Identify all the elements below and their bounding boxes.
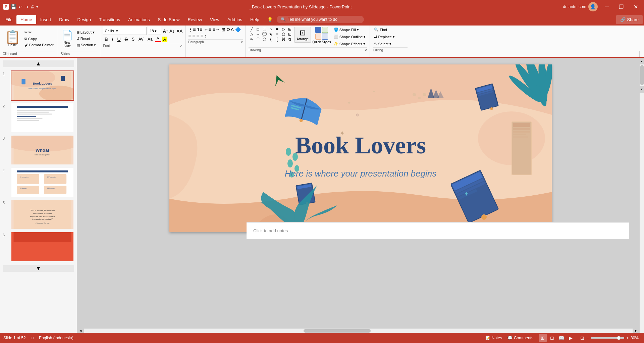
line-spacing-btn[interactable]: ↕ [205, 33, 207, 39]
slide-img-5[interactable]: "This is a quote, Words full of wisdom t… [11, 199, 74, 230]
text-direction-btn[interactable]: ⟳A [227, 27, 234, 32]
zoom-slider[interactable] [591, 337, 624, 339]
menu-addins[interactable]: Add-ins [223, 15, 246, 24]
slide-indicator-icon[interactable]: □ [31, 336, 34, 340]
menu-design[interactable]: Design [73, 15, 95, 24]
increase-font-btn[interactable]: A↑ [163, 29, 168, 34]
reading-view-btn[interactable]: 📖 [557, 334, 566, 342]
slideshow-btn[interactable]: ▶ [567, 334, 575, 342]
bullets-btn[interactable]: ⋮≡ [188, 27, 196, 32]
slide-img-1[interactable]: Book Lovers Here is where your presentat… [11, 70, 74, 101]
shape-square-icon[interactable]: ■ [274, 27, 280, 32]
shape-equation-icon[interactable]: = [274, 32, 280, 37]
slide-panel-scroll-down[interactable]: ▼ [3, 265, 74, 272]
shape-bracket-icon[interactable]: [ [274, 37, 280, 43]
shadow-btn[interactable]: S [130, 37, 136, 42]
menu-draw[interactable]: Draw [55, 15, 73, 24]
shape-expand-icon[interactable]: ⊞ [287, 27, 293, 32]
shape-callout-icon[interactable]: 💬 [261, 32, 267, 37]
clear-format-btn[interactable]: ✕A [176, 29, 183, 34]
vertical-scrollbar[interactable]: ▲ ▼ [639, 58, 644, 333]
menu-home[interactable]: Home [16, 15, 36, 24]
shape-misc-icon[interactable]: ⌘ [280, 37, 286, 43]
shape-more-icon[interactable]: ▷ [280, 27, 286, 32]
align-right-btn[interactable]: ≡ [197, 33, 199, 39]
justify-btn[interactable]: ≡ [201, 33, 203, 39]
slide-img-3[interactable]: Whoa! some text can go here [11, 135, 74, 165]
drawing-expand-icon[interactable]: ↗ [364, 48, 367, 52]
normal-view-btn[interactable]: ⊞ [539, 334, 547, 342]
layout-btn[interactable]: ⊞ Layout ▾ [75, 30, 98, 35]
slide-thumb-5[interactable]: 5 "This is a quote, Words full of wisdom… [3, 199, 74, 230]
horizontal-scrollbar[interactable]: ◀ ▶ [77, 328, 639, 333]
slide-img-6[interactable] [11, 232, 74, 262]
bold-btn[interactable]: B [103, 36, 109, 42]
shape-curve-icon[interactable]: ∿ [249, 37, 255, 43]
scroll-down-btn[interactable]: ▼ [640, 86, 644, 93]
user-account[interactable]: defantri .com 👤 [563, 2, 597, 11]
maximize-window-btn[interactable]: ❐ [616, 2, 626, 11]
zoom-level[interactable]: 80% [631, 336, 641, 340]
slide-thumb-3[interactable]: 3 Whoa! some text can go here [3, 135, 74, 165]
shape-line-icon[interactable]: ╱ [249, 27, 255, 32]
reset-btn[interactable]: ↺ Reset [75, 36, 98, 42]
user-avatar[interactable]: 👤 [588, 2, 598, 11]
underline-btn[interactable]: U [116, 36, 122, 42]
slide-thumb-6[interactable]: 6 [3, 232, 74, 262]
change-case-btn[interactable]: Aa [146, 37, 154, 42]
slide-img-4[interactable]: 01 Introduction 02 Presentation 03 Analy… [11, 167, 74, 197]
restore-window-btn[interactable]: ─ [602, 2, 611, 11]
tell-me-input[interactable]: 🔍 Tell me what you want to do [277, 16, 364, 23]
align-center-btn[interactable]: ≡ [192, 33, 195, 39]
scroll-up-btn[interactable]: ▲ [640, 58, 644, 64]
menu-animations[interactable]: Animations [124, 15, 154, 24]
shape-fill-btn[interactable]: 🪣 Shape Fill ▾ [332, 27, 367, 33]
shape-more2-icon[interactable]: ⊡ [287, 32, 293, 37]
shape-pentagon-icon[interactable]: ⬡ [261, 37, 267, 43]
column-btn[interactable]: ⊞ [221, 27, 225, 32]
format-painter-btn[interactable]: 🖌 Format Painter [23, 42, 55, 48]
font-expand-icon[interactable]: ↗ [180, 44, 182, 48]
menu-view[interactable]: View [206, 15, 223, 24]
menu-transitions[interactable]: Transitions [95, 15, 124, 24]
slide-canvas[interactable]: ✦ ✦ ❆ Book Lovers Here [169, 64, 552, 232]
slide-panel-scroll-up[interactable]: ▲ [3, 60, 74, 67]
italic-btn[interactable]: I [111, 36, 115, 42]
replace-btn[interactable]: ⇄ Replace ▾ [373, 34, 396, 40]
decrease-font-btn[interactable]: A↓ [169, 29, 174, 34]
select-btn[interactable]: ↖ Select ▾ [373, 41, 396, 47]
menu-lightbulb-icon[interactable]: 💡 [263, 15, 277, 24]
scroll-thumb[interactable] [640, 65, 644, 85]
increase-indent-btn[interactable]: ≡→ [213, 27, 220, 32]
scroll-right-btn[interactable]: ▶ [633, 329, 639, 333]
find-btn[interactable]: 🔍 Find [373, 27, 396, 33]
menu-file[interactable]: File [1, 15, 16, 24]
slide-title[interactable]: Book Lovers [295, 132, 426, 159]
zoom-in-btn[interactable]: + [626, 336, 629, 340]
shape-round-rect-icon[interactable]: ▢ [261, 27, 267, 32]
quick-access-redo[interactable]: ↪ [24, 4, 29, 9]
font-color-btn[interactable]: A [155, 36, 161, 42]
font-name-input[interactable]: Calibri ▾ [103, 27, 147, 35]
slide-img-2[interactable] [11, 103, 74, 133]
quick-styles-btn[interactable]: Quick Styles [312, 27, 331, 44]
paragraph-expand-icon[interactable]: ↗ [240, 40, 243, 44]
arrange-btn[interactable]: ⊡ Arrange [294, 27, 311, 43]
slide-thumb-4[interactable]: 4 01 Introduction 02 Presentation 03 Ana… [3, 167, 74, 197]
shape-rect-icon[interactable]: □ [255, 27, 261, 32]
shape-brace-icon[interactable]: { [268, 37, 274, 43]
comments-btn[interactable]: 💬 Comments [507, 336, 533, 340]
new-slide-btn[interactable]: 📄 NewSlide [61, 29, 74, 49]
char-spacing-btn[interactable]: AV [137, 37, 145, 42]
paste-btn[interactable]: 📋 Paste [3, 30, 22, 48]
text-highlight-btn[interactable]: A [162, 37, 167, 42]
language-info[interactable]: English (Indonesia) [39, 336, 73, 340]
numbering-btn[interactable]: 1≡ [197, 27, 202, 32]
fit-slide-btn[interactable]: ⊡ [580, 335, 584, 341]
quick-access-more[interactable]: 🖨 [31, 5, 34, 9]
share-btn[interactable]: 🔗 Share [616, 15, 643, 24]
collapse-ribbon-btn[interactable]: ▲ [639, 51, 644, 58]
shape-misc2-icon[interactable]: ✿ [287, 37, 293, 43]
quick-access-undo[interactable]: ↩ [18, 4, 22, 9]
copy-btn[interactable]: ⧉ Copy [23, 36, 55, 42]
